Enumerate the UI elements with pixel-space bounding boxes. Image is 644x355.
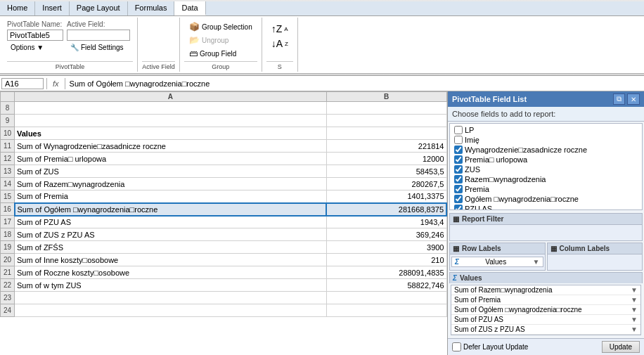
- cell-b[interactable]: 58822,746: [326, 279, 446, 292]
- list-item[interactable]: Ogółem □wynagrodzenia□roczne: [453, 194, 639, 204]
- cell-a[interactable]: [15, 304, 327, 317]
- cell-b[interactable]: 288091,4835: [326, 266, 446, 279]
- cell-a[interactable]: [15, 292, 327, 304]
- cell-b[interactable]: 58453,5: [326, 165, 446, 178]
- list-item[interactable]: PZU AS: [453, 204, 639, 210]
- cell-b[interactable]: 369,246: [326, 228, 446, 241]
- list-item[interactable]: Sum of Ogółem □wynagrodzenia□roczne▼: [451, 305, 640, 315]
- list-item[interactable]: Sum of ZUS z PZU AS▼: [451, 325, 640, 335]
- field-checkbox[interactable]: [454, 155, 463, 164]
- field-settings-button[interactable]: 🔧 Field Settings: [67, 42, 130, 53]
- cell-a[interactable]: Values: [15, 127, 327, 140]
- value-item-label: Sum of ZUS z PZU AS: [454, 325, 525, 333]
- cell-a[interactable]: Sum of PZU AS: [15, 216, 327, 228]
- cell-a[interactable]: Sum of ZUS: [15, 165, 327, 178]
- list-item[interactable]: Premia: [453, 184, 639, 194]
- list-item[interactable]: ZUS: [453, 164, 639, 174]
- cell-a[interactable]: [15, 102, 327, 115]
- list-item[interactable]: Premia□ urlopowa: [453, 155, 639, 164]
- sort-desc-button[interactable]: ↓AZ: [268, 37, 292, 51]
- row-labels-body[interactable]: Σ Values ▼: [450, 254, 545, 270]
- cell-b[interactable]: 3900: [326, 241, 446, 254]
- list-item[interactable]: Razem□wynagrodzenia: [453, 174, 639, 184]
- cell-a[interactable]: [15, 115, 327, 127]
- table-row: 18Sum of ZUS z PZU AS369,246: [1, 228, 447, 241]
- col-header-b[interactable]: B: [326, 92, 446, 102]
- field-checkbox[interactable]: [454, 205, 463, 210]
- list-item[interactable]: Sum of PZU AS▼: [451, 315, 640, 325]
- cell-b[interactable]: [326, 292, 446, 304]
- value-item-arrow[interactable]: ▼: [631, 286, 638, 294]
- defer-layout-label[interactable]: Defer Layout Update: [452, 342, 528, 351]
- row-labels-arrow[interactable]: ▼: [533, 258, 540, 266]
- pivottable-name-input[interactable]: [7, 30, 63, 41]
- name-box[interactable]: [1, 78, 44, 89]
- cell-b[interactable]: 12000: [326, 153, 446, 165]
- options-button[interactable]: Options ▼: [7, 42, 63, 53]
- field-checkbox[interactable]: [454, 126, 463, 134]
- table-row: 9: [1, 115, 447, 127]
- field-checkbox[interactable]: [454, 165, 463, 174]
- value-item-arrow[interactable]: ▼: [631, 306, 638, 314]
- table-row: 22Sum of w tym ZUS58822,746: [1, 279, 447, 292]
- tab-data[interactable]: Data: [174, 1, 205, 15]
- formula-divider2: [65, 78, 65, 89]
- cell-a[interactable]: Sum of w tym ZUS: [15, 279, 327, 292]
- cell-b[interactable]: [326, 102, 446, 115]
- field-checkbox[interactable]: [454, 195, 463, 203]
- report-filter-body[interactable]: [450, 225, 642, 240]
- field-checkbox[interactable]: [454, 175, 463, 183]
- cell-a[interactable]: Sum of Razem□wynagrodzenia: [15, 178, 327, 191]
- value-item-arrow[interactable]: ▼: [631, 316, 638, 323]
- cell-a[interactable]: Sum of ZUS z PZU AS: [15, 228, 327, 241]
- value-item-arrow[interactable]: ▼: [631, 296, 638, 304]
- tab-formulas[interactable]: Formulas: [128, 1, 175, 15]
- value-item-arrow[interactable]: ▼: [631, 325, 638, 333]
- list-item[interactable]: Sum of Razem□wynagrodzenia▼: [451, 285, 640, 295]
- list-item[interactable]: LP: [453, 125, 639, 135]
- cell-b[interactable]: 210: [326, 254, 446, 266]
- cell-b[interactable]: 280267,5: [326, 178, 446, 191]
- column-labels-body[interactable]: [548, 254, 643, 270]
- row-labels-values-item[interactable]: Σ Values ▼: [451, 257, 543, 267]
- value-item-label: Sum of Premia: [454, 296, 501, 304]
- cell-b[interactable]: 1401,3375: [326, 191, 446, 203]
- list-item[interactable]: Imię: [453, 135, 639, 145]
- cell-b[interactable]: [326, 127, 446, 140]
- cell-a[interactable]: Sum of Ogółem □wynagrodzenia□roczne: [15, 203, 327, 216]
- pivot-close-button[interactable]: ✕: [627, 93, 640, 105]
- row-number: 19: [1, 241, 15, 254]
- active-field-input[interactable]: [67, 30, 130, 41]
- pivot-copy-button[interactable]: ⧉: [613, 93, 625, 105]
- group-field-button[interactable]: 🗃 Group Field: [186, 47, 256, 60]
- list-item[interactable]: Sum of Premia▼: [451, 295, 640, 305]
- column-labels-header: ▦ Column Labels: [548, 243, 643, 254]
- cell-b[interactable]: 281668,8375: [326, 203, 446, 216]
- cell-b[interactable]: [326, 304, 446, 317]
- field-checkbox[interactable]: [454, 146, 463, 154]
- tab-home[interactable]: Home: [0, 1, 35, 15]
- field-checkbox[interactable]: [454, 136, 463, 144]
- cell-a[interactable]: Sum of Wynagrodzenie□zasadnicze roczne: [15, 140, 327, 153]
- tab-insert[interactable]: Insert: [35, 1, 70, 15]
- update-button[interactable]: Update: [602, 341, 640, 353]
- group-selection-button[interactable]: 📦 Group Selection: [186, 20, 256, 33]
- cell-b[interactable]: 1943,4: [326, 216, 446, 228]
- cell-b[interactable]: [326, 115, 446, 127]
- field-label: Premia□ urlopowa: [465, 155, 527, 164]
- cell-b[interactable]: 221814: [326, 140, 446, 153]
- sort-asc-button[interactable]: ↑ZA: [268, 22, 292, 36]
- col-header-a[interactable]: A: [15, 92, 327, 102]
- field-checkbox[interactable]: [454, 185, 463, 193]
- cell-a[interactable]: Sum of Premia□ urlopowa: [15, 153, 327, 165]
- cell-a[interactable]: Sum of Inne koszty□osobowe: [15, 254, 327, 266]
- cell-a[interactable]: Sum of Premia: [15, 191, 327, 203]
- defer-layout-checkbox[interactable]: [452, 342, 461, 351]
- list-item[interactable]: Wynagrodzenie□zasadnicze roczne: [453, 145, 639, 155]
- table-row: 21Sum of Roczne koszty□osobowe288091,483…: [1, 266, 447, 279]
- formula-input[interactable]: [68, 79, 643, 89]
- cell-a[interactable]: Sum of ZFŚS: [15, 241, 327, 254]
- cell-a[interactable]: Sum of Roczne koszty□osobowe: [15, 266, 327, 279]
- tab-page-layout[interactable]: Page Layout: [70, 1, 128, 15]
- ungroup-button[interactable]: 📂 Ungroup: [186, 34, 256, 46]
